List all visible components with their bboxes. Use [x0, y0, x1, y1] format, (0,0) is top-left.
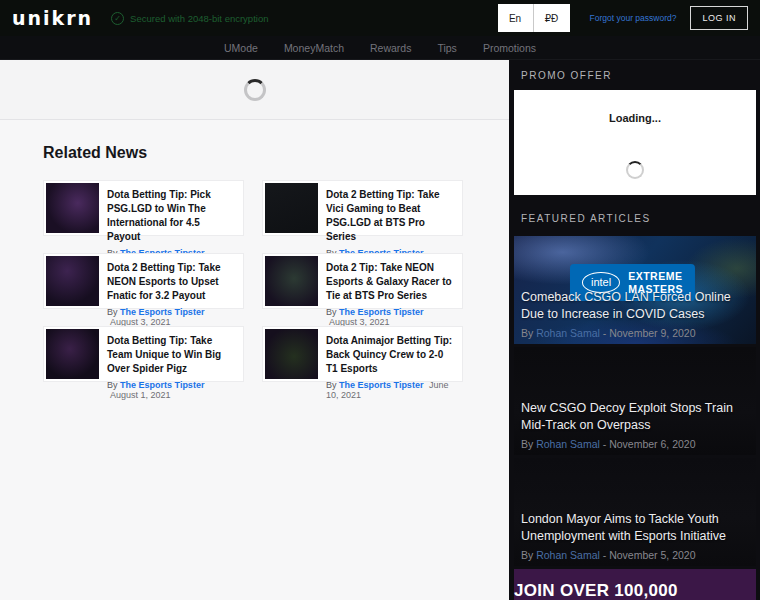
join-banner-text: JOIN OVER 100,000 ESPORTS [514, 581, 756, 600]
featured-article-title[interactable]: New CSGO Decoy Exploit Stops Train Mid-T… [521, 400, 749, 434]
secured-badge-label: Secured with 2048-bit encryption [130, 13, 268, 24]
news-title[interactable]: Dota Betting Tip: Pick PSG.LGD to Win Th… [107, 188, 235, 244]
featured-article-date: - November 5, 2020 [603, 549, 696, 561]
news-card[interactable]: Dota Betting Tip: Pick PSG.LGD to Win Th… [43, 180, 244, 236]
forgot-password-link[interactable]: Forgot your password? [590, 13, 677, 23]
featured-articles-heading: FEATURED ARTICLES [514, 195, 756, 236]
byline-prefix: By [107, 307, 118, 317]
badge-line1: EXTREME [628, 270, 682, 282]
featured-article-card[interactable]: New CSGO Decoy Exploit Stops Train Mid-T… [514, 347, 756, 455]
featured-article-card[interactable]: intel EXTREME MASTERS Comeback CSGO LAN … [514, 236, 756, 344]
top-header: unikrn ✓ Secured with 2048-bit encryptio… [0, 0, 760, 36]
main-nav: UMode MoneyMatch Rewards Tips Promotions [0, 36, 760, 60]
byline-prefix: By [521, 549, 533, 561]
promo-offer-heading: PROMO OFFER [514, 60, 756, 90]
main-content: Related News Dota Betting Tip: Pick PSG.… [0, 60, 509, 600]
featured-article-title[interactable]: Comeback CSGO LAN Forced Online Due to I… [521, 289, 749, 323]
news-title[interactable]: Dota 2 Betting Tip: Take Vici Gaming to … [326, 188, 454, 244]
news-thumbnail [46, 256, 99, 306]
related-news-title: Related News [43, 144, 463, 162]
byline-prefix: By [521, 327, 533, 339]
featured-article-date: - November 9, 2020 [603, 327, 696, 339]
nav-item-promotions[interactable]: Promotions [483, 42, 536, 54]
currency-button[interactable]: ₽Ɖ [534, 4, 570, 32]
nav-item-moneymatch[interactable]: MoneyMatch [284, 42, 344, 54]
author-link[interactable]: The Esports Tipster [339, 380, 423, 390]
related-news-section: Related News Dota Betting Tip: Pick PSG.… [0, 120, 509, 382]
featured-article-byline: By Rohan Samal - November 6, 2020 [521, 438, 749, 450]
byline-prefix: By [107, 380, 118, 390]
featured-article-card[interactable]: London Mayor Aims to Tackle Youth Unempl… [514, 458, 756, 566]
byline-prefix: By [326, 380, 337, 390]
nav-item-rewards[interactable]: Rewards [370, 42, 411, 54]
news-thumbnail [265, 329, 318, 379]
author-link[interactable]: The Esports Tipster [120, 307, 204, 317]
byline-prefix: By [521, 438, 533, 450]
news-thumbnail [46, 183, 99, 233]
unikrn-logo[interactable]: unikrn [12, 7, 93, 29]
author-link[interactable]: Rohan Samal [536, 549, 600, 561]
news-byline: By The Esports Tipster August 3, 2021 [326, 307, 454, 327]
news-card[interactable]: Dota 2 Betting Tip: Take NEON Esports to… [43, 253, 244, 309]
news-thumbnail [46, 329, 99, 379]
author-link[interactable]: Rohan Samal [536, 327, 600, 339]
news-card[interactable]: Dota Animajor Betting Tip: Back Quincy C… [262, 326, 463, 382]
author-link[interactable]: Rohan Samal [536, 438, 600, 450]
content-loading-area [0, 60, 509, 120]
nav-item-umode[interactable]: UMode [224, 42, 258, 54]
nav-item-tips[interactable]: Tips [437, 42, 456, 54]
language-button[interactable]: En [498, 4, 534, 32]
language-currency-toggle: En ₽Ɖ [498, 4, 570, 32]
news-title[interactable]: Dota Betting Tip: Take Team Unique to Wi… [107, 334, 235, 376]
news-card[interactable]: Dota Betting Tip: Take Team Unique to Wi… [43, 326, 244, 382]
news-byline: By The Esports Tipster August 1, 2021 [107, 380, 235, 400]
shield-check-icon: ✓ [111, 12, 124, 25]
byline-prefix: By [326, 307, 337, 317]
featured-article-byline: By Rohan Samal - November 9, 2020 [521, 327, 749, 339]
right-sidebar: PROMO OFFER Loading... FEATURED ARTICLES… [509, 60, 760, 600]
promo-offer-box: Loading... [514, 90, 756, 195]
news-byline: By The Esports Tipster June 10, 2021 [326, 380, 454, 400]
promo-loading-label: Loading... [514, 112, 756, 124]
promo-loading-spinner [626, 161, 644, 179]
featured-article-title[interactable]: London Mayor Aims to Tackle Youth Unempl… [521, 511, 749, 545]
news-thumbnail [265, 183, 318, 233]
author-link[interactable]: The Esports Tipster [120, 380, 204, 390]
secured-badge: ✓ Secured with 2048-bit encryption [111, 12, 268, 25]
news-date: August 1, 2021 [110, 390, 171, 400]
related-news-grid: Dota Betting Tip: Pick PSG.LGD to Win Th… [43, 180, 463, 382]
author-link[interactable]: The Esports Tipster [339, 307, 423, 317]
news-title[interactable]: Dota 2 Tip: Take NEON Esports & Galaxy R… [326, 261, 454, 303]
loading-spinner [244, 79, 266, 101]
news-thumbnail [265, 256, 318, 306]
featured-article-byline: By Rohan Samal - November 5, 2020 [521, 549, 749, 561]
news-byline: By The Esports Tipster August 3, 2021 [107, 307, 235, 327]
news-card[interactable]: Dota 2 Betting Tip: Take Vici Gaming to … [262, 180, 463, 236]
login-button[interactable]: LOG IN [690, 6, 748, 30]
join-esports-banner[interactable]: JOIN OVER 100,000 ESPORTS [514, 569, 756, 600]
news-title[interactable]: Dota 2 Betting Tip: Take NEON Esports to… [107, 261, 235, 303]
news-title[interactable]: Dota Animajor Betting Tip: Back Quincy C… [326, 334, 454, 376]
news-card[interactable]: Dota 2 Tip: Take NEON Esports & Galaxy R… [262, 253, 463, 309]
featured-article-date: - November 6, 2020 [603, 438, 696, 450]
